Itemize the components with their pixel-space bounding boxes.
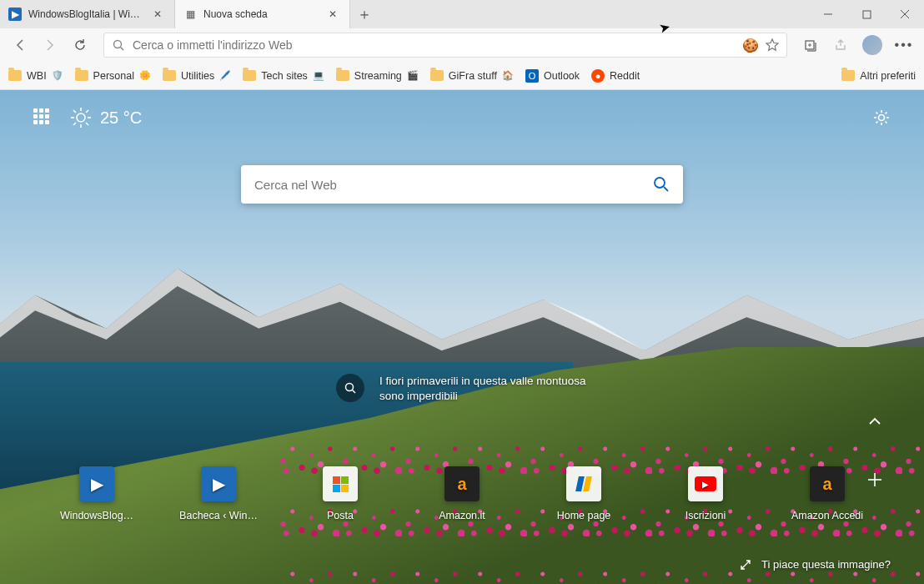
- bookmark-label: Tech sites: [261, 70, 308, 82]
- bookmark-deco-icon: 🖊️: [219, 70, 231, 82]
- scroll-up-icon[interactable]: [862, 409, 887, 434]
- svg-point-23: [346, 384, 354, 391]
- bookmark-deco-icon: 🌼: [139, 70, 151, 82]
- bookmark-link[interactable]: OOutlook: [525, 69, 580, 83]
- bookmark-label: Utilities: [181, 70, 214, 82]
- svg-line-5: [121, 48, 124, 51]
- new-tab-content: 25 °C I fiori primaverili in questa vall…: [0, 90, 924, 584]
- folder-icon: [243, 70, 256, 81]
- bookmark-link[interactable]: ●Reddit: [591, 69, 640, 83]
- svg-line-19: [73, 123, 76, 125]
- bookmark-folder[interactable]: GiFra stuff🏠: [430, 70, 514, 82]
- svg-line-17: [86, 123, 88, 125]
- web-search-box[interactable]: [241, 165, 683, 204]
- adblock-icon[interactable]: 🍪: [743, 38, 758, 53]
- tile-icon: [566, 466, 601, 501]
- bookmark-folder[interactable]: Tech sites💻: [243, 70, 324, 82]
- image-feedback[interactable]: Ti piace questa immagine?: [740, 558, 891, 571]
- caption-text: I fiori primaverili in questa valle mont…: [379, 374, 588, 404]
- tile-icon: ▶: [688, 466, 723, 501]
- tab-title: WindowsBlogItalia | Windows, S…: [28, 8, 145, 20]
- folder-icon: [841, 70, 855, 81]
- quick-link[interactable]: ▶Iscrizioni: [664, 466, 747, 521]
- svg-line-24: [353, 390, 356, 394]
- tab-favicon: ▦: [183, 8, 197, 21]
- search-icon[interactable]: [653, 176, 670, 193]
- address-bar[interactable]: 🍪: [103, 33, 787, 58]
- bookmark-label: Reddit: [610, 70, 640, 82]
- tile-icon: a: [444, 466, 480, 501]
- add-tile-button[interactable]: [862, 467, 887, 492]
- tile-icon: [323, 466, 358, 501]
- bookmark-deco-icon: 🎬: [407, 70, 419, 82]
- tile-label: Amazon.it: [439, 510, 485, 521]
- folder-icon: [430, 70, 444, 81]
- bookmark-label: Personal: [93, 70, 134, 82]
- bookmark-folder[interactable]: Utilities🖊️: [163, 70, 231, 82]
- tile-icon: ▶: [201, 466, 236, 501]
- bookmark-folder[interactable]: Streaming🎬: [336, 70, 419, 82]
- tile-label: Home page: [557, 510, 611, 521]
- folder-icon: [163, 70, 176, 81]
- weather-widget[interactable]: 25 °C: [70, 107, 142, 128]
- folder-icon: [8, 70, 22, 81]
- bookmark-deco-icon: 🛡️: [52, 70, 63, 82]
- profile-avatar[interactable]: [862, 35, 882, 55]
- minimize-button[interactable]: [809, 0, 847, 28]
- tab-1[interactable]: ▦ Nuova scheda ✕: [175, 0, 350, 28]
- quick-links: ▶WindowsBlog… ▶Bacheca ‹ Win… Posta aAma…: [0, 466, 924, 521]
- search-icon: [336, 374, 364, 402]
- forward-button[interactable]: [37, 32, 63, 58]
- tab-title: Nuova scheda: [203, 8, 320, 20]
- tile-label: Bacheca ‹ Win…: [179, 510, 258, 521]
- bookmark-folder[interactable]: Personal🌼: [75, 70, 151, 82]
- close-window-button[interactable]: [886, 0, 924, 28]
- quick-link[interactable]: ▶Bacheca ‹ Win…: [177, 466, 260, 521]
- tile-label: WindowsBlog…: [60, 510, 133, 521]
- image-caption[interactable]: I fiori primaverili in questa valle mont…: [336, 374, 588, 404]
- quick-link[interactable]: Home page: [542, 466, 625, 521]
- quick-link[interactable]: aAmazon.it: [420, 466, 504, 521]
- close-tab-icon[interactable]: ✕: [152, 8, 163, 20]
- svg-point-21: [655, 178, 665, 188]
- svg-rect-1: [863, 11, 871, 18]
- tile-icon: a: [810, 466, 845, 501]
- bookmark-label: WBI: [27, 70, 47, 82]
- svg-line-22: [664, 187, 668, 191]
- back-button[interactable]: [7, 32, 33, 58]
- title-bar: ▶ WindowsBlogItalia | Windows, S… ✕ ▦ Nu…: [0, 0, 924, 28]
- share-button[interactable]: [827, 32, 854, 58]
- settings-gear-icon[interactable]: [872, 108, 891, 127]
- nav-bar: 🍪 •••: [0, 28, 924, 62]
- weather-temp: 25 °C: [100, 108, 142, 128]
- address-input[interactable]: [133, 38, 736, 52]
- svg-line-18: [86, 110, 88, 113]
- tile-label: Iscrizioni: [685, 510, 726, 521]
- tab-0[interactable]: ▶ WindowsBlogItalia | Windows, S… ✕: [0, 0, 175, 28]
- tile-label: Amazon Accedi: [791, 510, 863, 521]
- tile-icon: ▶: [79, 466, 114, 501]
- apps-grid-icon[interactable]: [33, 108, 52, 127]
- tab-favicon: ▶: [8, 8, 22, 21]
- tile-label: Posta: [327, 510, 354, 521]
- bookmark-label: Outlook: [544, 70, 580, 82]
- quick-link[interactable]: aAmazon Accedi: [786, 466, 869, 521]
- sun-icon: [70, 107, 92, 128]
- svg-point-20: [879, 115, 885, 121]
- bookmark-folder[interactable]: WBI🛡️: [8, 70, 63, 82]
- quick-link[interactable]: ▶WindowsBlog…: [55, 466, 138, 521]
- bookmark-label: Streaming: [354, 70, 402, 82]
- maximize-button[interactable]: [847, 0, 886, 28]
- favorite-icon[interactable]: [765, 38, 780, 53]
- quick-link[interactable]: Posta: [299, 466, 382, 521]
- bookmarks-overflow[interactable]: Altri preferiti: [841, 70, 916, 82]
- close-tab-icon[interactable]: ✕: [327, 8, 339, 20]
- bookmark-label: Altri preferiti: [860, 70, 916, 82]
- bookmarks-bar: WBI🛡️ Personal🌼 Utilities🖊️ Tech sites💻 …: [0, 62, 924, 90]
- more-button[interactable]: •••: [891, 32, 917, 58]
- web-search-input[interactable]: [254, 178, 653, 192]
- collections-button[interactable]: [797, 32, 824, 58]
- new-tab-button[interactable]: ＋: [350, 0, 379, 28]
- svg-point-4: [114, 41, 122, 48]
- refresh-button[interactable]: [67, 32, 93, 58]
